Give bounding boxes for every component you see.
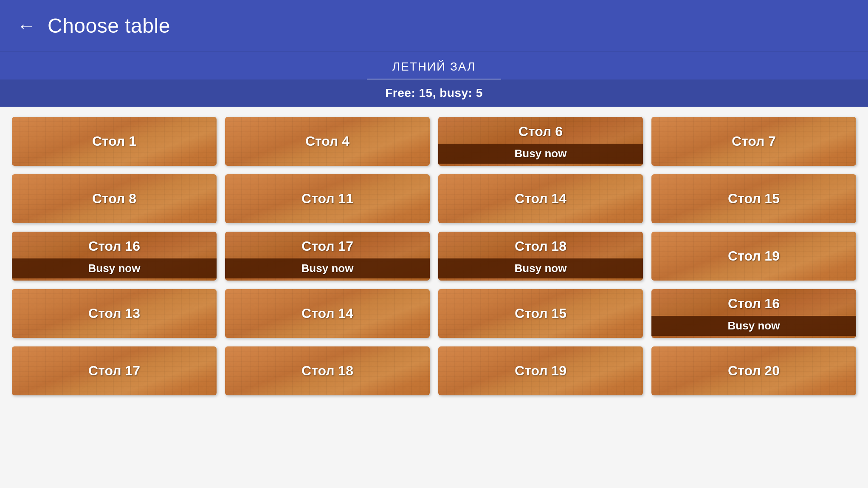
table-card-table-16b[interactable]: Стол 16Busy now xyxy=(651,289,856,338)
table-name: Стол 6 xyxy=(514,119,567,144)
table-name: Стол 15 xyxy=(724,187,784,211)
table-card-table-18a[interactable]: Стол 18Busy now xyxy=(438,232,643,281)
table-name: Стол 18 xyxy=(297,359,358,383)
table-name: Стол 17 xyxy=(297,234,358,258)
page-title: Choose table xyxy=(48,14,170,37)
table-card-table-18b[interactable]: Стол 18 xyxy=(225,346,430,395)
table-name: Стол 15 xyxy=(510,301,571,326)
table-name: Стол 19 xyxy=(510,359,571,383)
table-card-table-15a[interactable]: Стол 15 xyxy=(651,174,856,223)
section-name: ЛЕТНИЙ ЗАЛ xyxy=(367,60,502,79)
table-card-table-14b[interactable]: Стол 14 xyxy=(225,289,430,338)
table-card-table-8[interactable]: Стол 8 xyxy=(12,174,217,223)
section-header: ЛЕТНИЙ ЗАЛ xyxy=(0,52,868,79)
table-card-table-11[interactable]: Стол 11 xyxy=(225,174,430,223)
table-card-table-14a[interactable]: Стол 14 xyxy=(438,174,643,223)
table-name: Стол 7 xyxy=(727,129,780,153)
table-card-table-15b[interactable]: Стол 15 xyxy=(438,289,643,338)
busy-badge: Busy now xyxy=(12,258,217,278)
table-name: Стол 16 xyxy=(724,292,784,316)
table-card-table-6[interactable]: Стол 6Busy now xyxy=(438,117,643,166)
table-card-table-13[interactable]: Стол 13 xyxy=(12,289,217,338)
table-card-table-19a[interactable]: Стол 19 xyxy=(651,232,856,281)
table-name: Стол 11 xyxy=(297,187,358,211)
table-card-table-17b[interactable]: Стол 17 xyxy=(12,346,217,395)
table-name: Стол 20 xyxy=(724,359,784,383)
table-card-table-19b[interactable]: Стол 19 xyxy=(438,346,643,395)
busy-badge: Busy now xyxy=(225,258,430,278)
busy-badge: Busy now xyxy=(438,258,643,278)
busy-badge: Busy now xyxy=(438,144,643,164)
app-header: ← Choose table xyxy=(0,0,868,52)
table-name: Стол 14 xyxy=(297,301,358,326)
table-card-table-7[interactable]: Стол 7 xyxy=(651,117,856,166)
busy-badge: Busy now xyxy=(651,316,856,336)
section-status: Free: 15, busy: 5 xyxy=(385,86,482,99)
section-status-bar: Free: 15, busy: 5 xyxy=(0,79,868,107)
table-card-table-16a[interactable]: Стол 16Busy now xyxy=(12,232,217,281)
table-name: Стол 17 xyxy=(84,359,144,383)
table-card-table-17a[interactable]: Стол 17Busy now xyxy=(225,232,430,281)
back-button[interactable]: ← xyxy=(17,17,36,35)
table-card-table-1[interactable]: Стол 1 xyxy=(12,117,217,166)
table-name: Стол 18 xyxy=(510,234,571,258)
table-name: Стол 13 xyxy=(84,301,144,326)
table-name: Стол 19 xyxy=(724,244,784,268)
table-name: Стол 16 xyxy=(84,234,144,258)
table-name: Стол 4 xyxy=(301,129,354,153)
table-card-table-20[interactable]: Стол 20 xyxy=(651,346,856,395)
table-name: Стол 14 xyxy=(510,187,571,211)
tables-grid: Стол 1Стол 4Стол 6Busy nowСтол 7Стол 8Ст… xyxy=(0,107,868,406)
table-name: Стол 1 xyxy=(88,129,141,153)
table-card-table-4[interactable]: Стол 4 xyxy=(225,117,430,166)
table-name: Стол 8 xyxy=(88,187,141,211)
